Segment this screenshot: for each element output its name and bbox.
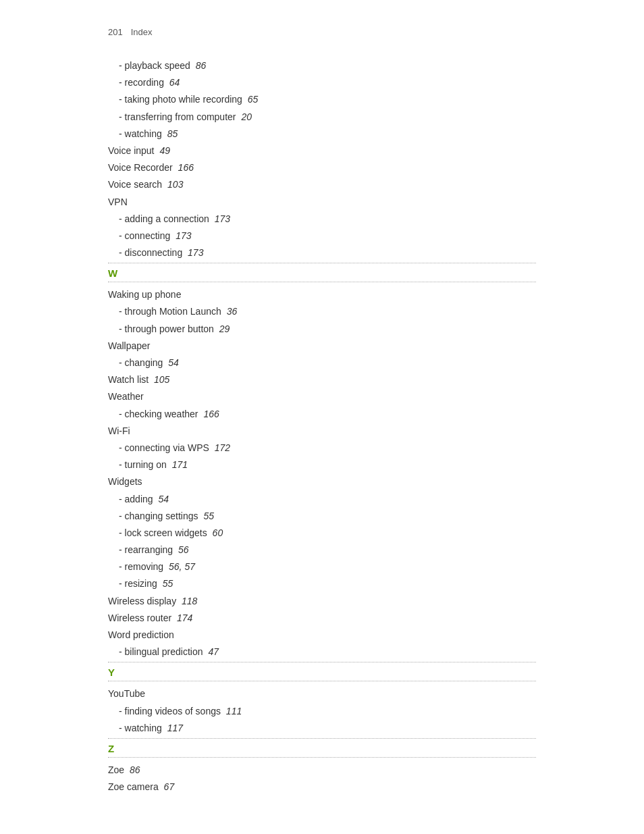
entry-page-ref: 86 (193, 60, 206, 71)
index-entry: - lock screen widgets 60 (108, 525, 536, 542)
entry-text: Weather (108, 391, 144, 402)
entry-page-ref: 47 (206, 646, 219, 657)
entry-page-ref: 111 (223, 706, 242, 716)
index-entry: Word prediction (108, 627, 536, 644)
index-entry: Wireless display 118 (108, 593, 536, 610)
index-entry: - watching 85 (108, 126, 536, 142)
section-divider-top (108, 263, 536, 263)
index-entry: Wireless router 174 (108, 610, 536, 627)
index-entry: - disconnecting 173 (108, 244, 536, 261)
entry-page-ref: 65 (245, 94, 258, 105)
entry-text: - through Motion Launch (119, 306, 221, 317)
entry-text: - checking weather (119, 409, 198, 419)
entry-text: - playback speed (119, 60, 190, 71)
index-entry: - resizing 55 (108, 575, 536, 592)
section-letter: Z (108, 743, 536, 754)
index-entry: - adding a connection 173 (108, 211, 536, 228)
entry-page-ref: 20 (239, 111, 252, 122)
entry-page-ref: 173 (173, 230, 191, 241)
entry-page-ref: 55 (201, 511, 214, 521)
entry-page-ref: 118 (179, 596, 197, 606)
entry-page-ref: 55 (160, 578, 173, 589)
entry-page-ref: 56, 57 (166, 561, 195, 572)
index-entry: - adding 54 (108, 491, 536, 508)
entry-text: - connecting via WPS (119, 442, 209, 453)
index-entry: - transferring from computer 20 (108, 109, 536, 126)
entry-text: - watching (119, 723, 162, 733)
section-title: Index (131, 27, 153, 37)
entry-page-ref: 67 (161, 781, 174, 792)
entry-text: Voice Recorder (108, 162, 173, 173)
entry-text: - turning on (119, 459, 167, 470)
section-letter: W (108, 267, 536, 279)
section-divider-bottom (108, 681, 536, 681)
entry-text: Zoe camera (108, 781, 159, 792)
index-entry: YouTube (108, 685, 536, 702)
index-entry: Zoe camera 67 (108, 779, 536, 796)
index-content: - playback speed 86- recording 64- takin… (108, 57, 536, 796)
index-entry: - bilingual prediction 47 (108, 644, 536, 660)
index-entry: Voice Recorder 166 (108, 159, 536, 176)
index-entry: Voice search 103 (108, 176, 536, 193)
entry-page-ref: 54 (165, 357, 178, 368)
index-entry: - through power button 29 (108, 321, 536, 338)
index-entry: VPN (108, 194, 536, 211)
entry-text: - rearranging (119, 544, 173, 555)
index-entry: - changing settings 55 (108, 508, 536, 525)
entry-page-ref: 49 (157, 145, 170, 156)
entry-text: Watch list (108, 374, 149, 385)
entry-page-ref: 166 (201, 409, 219, 419)
entry-text: - connecting (119, 230, 170, 241)
index-entry: - connecting 173 (108, 228, 536, 244)
entry-page-ref: 60 (210, 527, 223, 538)
entry-text: Waking up phone (108, 289, 181, 300)
entry-page-ref: 54 (156, 494, 169, 504)
index-entry: Waking up phone (108, 286, 536, 303)
index-entry: - through Motion Launch 36 (108, 303, 536, 320)
index-entry: - taking photo while recording 65 (108, 91, 536, 108)
entry-text: - through power button (119, 323, 214, 334)
section-divider-top (108, 662, 536, 662)
entry-text: Wi-Fi (108, 425, 130, 436)
entry-text: - adding a connection (119, 213, 209, 224)
index-entry: - watching 117 (108, 720, 536, 737)
section-divider-bottom (108, 282, 536, 282)
entry-page-ref: 117 (165, 723, 183, 733)
index-entry: - playback speed 86 (108, 57, 536, 74)
entry-text: Wallpaper (108, 340, 151, 351)
index-entry: - changing 54 (108, 355, 536, 371)
entry-page-ref: 86 (127, 764, 140, 775)
entry-text: - finding videos of songs (119, 706, 221, 716)
index-entry: Wi-Fi (108, 423, 536, 440)
section-letter: Y (108, 667, 536, 678)
entry-text: - adding (119, 494, 153, 504)
entry-text: - recording (119, 77, 164, 88)
page-number: 201 (108, 27, 123, 37)
entry-page-ref: 173 (185, 247, 203, 258)
entry-page-ref: 172 (212, 442, 230, 453)
index-entry: Wallpaper (108, 338, 536, 355)
index-entry: - connecting via WPS 172 (108, 440, 536, 457)
index-entry: - checking weather 166 (108, 406, 536, 423)
index-entry: Zoe 86 (108, 762, 536, 779)
section-divider-bottom (108, 757, 536, 758)
entry-page-ref: 105 (151, 374, 169, 385)
entry-text: - resizing (119, 578, 157, 589)
entry-text: - transferring from computer (119, 111, 236, 122)
entry-text: - removing (119, 561, 163, 572)
index-entry: Voice input 49 (108, 142, 536, 159)
index-entry: - finding videos of songs 111 (108, 703, 536, 720)
entry-page-ref: 171 (169, 459, 188, 470)
entry-text: VPN (108, 197, 128, 207)
index-entry: - rearranging 56 (108, 542, 536, 558)
entry-page-ref: 173 (212, 213, 230, 224)
entry-text: - disconnecting (119, 247, 182, 258)
entry-page-ref: 166 (176, 162, 194, 173)
index-entry: Widgets (108, 473, 536, 490)
entry-text: Word prediction (108, 629, 174, 640)
entry-text: - changing (119, 357, 163, 368)
entry-text: Zoe (108, 764, 124, 775)
entry-text: Wireless router (108, 613, 171, 623)
entry-page-ref: 64 (167, 77, 180, 88)
entry-page-ref: 174 (174, 613, 192, 623)
